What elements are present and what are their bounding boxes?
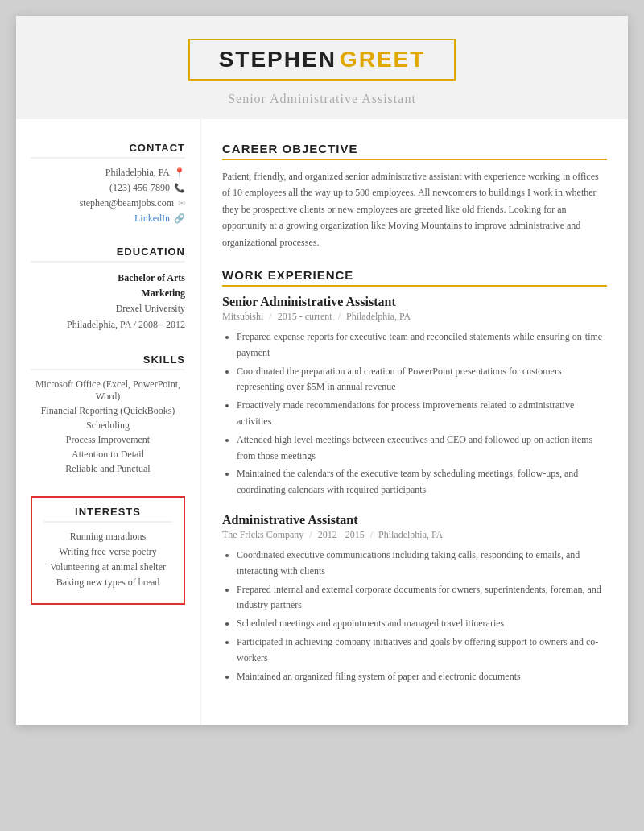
career-objective-title: CAREER OBJECTIVE	[222, 142, 607, 160]
skills-section: SKILLS Microsoft Office (Excel, PowerPoi…	[31, 353, 185, 475]
email-icon: ✉	[178, 198, 185, 209]
job-2-divider-2: /	[370, 529, 375, 540]
resume-container: STEPHEN GREET Senior Administrative Assi…	[16, 16, 628, 725]
job-1-bullet-4: Attended high level meetings between exe…	[237, 432, 607, 465]
sidebar: CONTACT Philadelphia, PA 📍 (123) 456-789…	[16, 119, 201, 725]
body-layout: CONTACT Philadelphia, PA 📍 (123) 456-789…	[16, 119, 628, 725]
job-2-meta: The Fricks Company / 2012 - 2015 / Phila…	[222, 529, 607, 541]
job-1-divider-2: /	[338, 311, 343, 322]
phone-icon: 📞	[174, 183, 185, 193]
skills-title: SKILLS	[31, 353, 185, 370]
education-location: Philadelphia, PA	[67, 319, 131, 330]
job-2-bullet-4: Participated in achieving company initia…	[237, 635, 607, 667]
job-2-dates: 2012 - 2015	[318, 529, 365, 540]
job-2-location: Philadelphia, PA	[378, 529, 443, 540]
contact-title: CONTACT	[31, 142, 185, 159]
job-1-title: Senior Administrative Assistant	[222, 295, 607, 309]
job-2-title: Administrative Assistant	[222, 513, 607, 527]
first-name: STEPHEN	[219, 47, 336, 72]
job-1-divider-1: /	[269, 311, 274, 322]
skill-3: Scheduling	[31, 420, 185, 432]
job-title-subtitle: Senior Administrative Assistant	[32, 92, 612, 106]
job-1-bullet-2: Coordinated the preparation and creation…	[237, 364, 607, 396]
contact-city: Philadelphia, PA 📍	[31, 167, 185, 179]
job-1-bullet-5: Maintained the calendars of the executiv…	[237, 466, 607, 498]
skill-2: Financial Reporting (QuickBooks)	[31, 405, 185, 417]
skill-4: Process Improvement	[31, 434, 185, 446]
interests-section: INTERESTS Running marathons Writing free…	[31, 496, 185, 605]
job-2-bullet-3: Scheduled meetings and appointments and …	[237, 616, 607, 632]
contact-email: stephen@beamjobs.com ✉	[31, 197, 185, 209]
contact-email-text: stephen@beamjobs.com	[80, 197, 174, 209]
job-2-bullet-5: Maintained an organized filing system of…	[237, 669, 607, 685]
job-1-bullets: Prepared expense reports for executive t…	[222, 329, 607, 498]
job-2-bullet-2: Prepared internal and external corporate…	[237, 582, 607, 614]
education-field: Marketing	[31, 286, 185, 301]
skill-5: Attention to Detail	[31, 449, 185, 461]
work-experience-section: WORK EXPERIENCE Senior Administrative As…	[222, 268, 607, 684]
career-objective-text: Patient, friendly, and organized senior …	[222, 168, 607, 250]
job-1-bullet-1: Prepared expense reports for executive t…	[237, 329, 607, 362]
work-experience-title: WORK EXPERIENCE	[222, 268, 607, 287]
linkedin-link[interactable]: LinkedIn	[134, 213, 170, 225]
job-1-meta: Mitsubishi / 2015 - current / Philadelph…	[222, 311, 607, 323]
interest-1: Running marathons	[43, 531, 172, 543]
education-school: Drexel University	[31, 301, 185, 316]
job-2-bullet-1: Coordinated executive communications inc…	[237, 548, 607, 580]
job-1-dates: 2015 - current	[278, 311, 332, 322]
location-icon: 📍	[174, 167, 185, 178]
contact-phone: (123) 456-7890 📞	[31, 182, 185, 194]
job-entry-2: Administrative Assistant The Fricks Comp…	[222, 513, 607, 684]
education-title: EDUCATION	[31, 246, 185, 263]
interests-title: INTERESTS	[43, 506, 172, 523]
education-details: Bachelor of Arts Marketing Drexel Univer…	[31, 271, 185, 333]
job-2-bullets: Coordinated executive communications inc…	[222, 548, 607, 684]
job-2-divider-1: /	[309, 529, 314, 540]
resume-header: STEPHEN GREET Senior Administrative Assi…	[16, 16, 628, 119]
job-entry-1: Senior Administrative Assistant Mitsubis…	[222, 295, 607, 498]
name-box: STEPHEN GREET	[188, 39, 456, 81]
main-content: CAREER OBJECTIVE Patient, friendly, and …	[201, 119, 628, 725]
contact-linkedin[interactable]: LinkedIn 🔗	[31, 213, 185, 225]
job-2-company: The Fricks Company	[222, 529, 303, 540]
contact-city-text: Philadelphia, PA	[105, 167, 170, 179]
job-1-location: Philadelphia, PA	[346, 311, 411, 322]
interest-2: Writing free-verse poetry	[43, 546, 172, 558]
last-name: GREET	[340, 47, 425, 72]
education-degree: Bachelor of Arts	[31, 271, 185, 286]
education-years: 2008 - 2012	[138, 319, 185, 330]
skill-1: Microsoft Office (Excel, PowerPoint, Wor…	[31, 378, 185, 403]
interest-4: Baking new types of bread	[43, 577, 172, 589]
career-objective-section: CAREER OBJECTIVE Patient, friendly, and …	[222, 142, 607, 250]
contact-phone-text: (123) 456-7890	[109, 182, 170, 194]
linkedin-icon: 🔗	[174, 213, 185, 224]
job-1-company: Mitsubishi	[222, 311, 263, 322]
skill-6: Reliable and Punctual	[31, 463, 185, 475]
contact-section: CONTACT Philadelphia, PA 📍 (123) 456-789…	[31, 142, 185, 225]
education-location-years: Philadelphia, PA / 2008 - 2012	[31, 317, 185, 333]
education-section: EDUCATION Bachelor of Arts Marketing Dre…	[31, 246, 185, 333]
job-1-bullet-3: Proactively made recommendations for pro…	[237, 398, 607, 430]
interest-3: Volunteering at animal shelter	[43, 561, 172, 573]
